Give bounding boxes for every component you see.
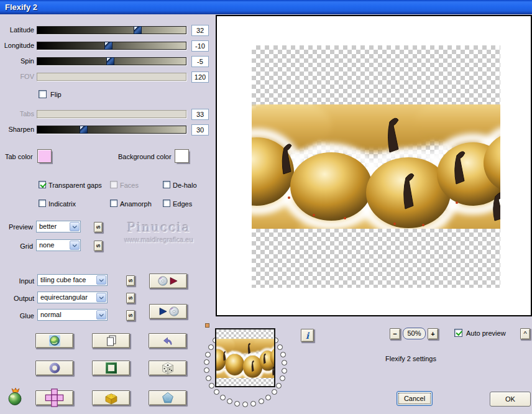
ring-dot[interactable] bbox=[208, 344, 214, 350]
output-select[interactable]: equirectangular bbox=[37, 292, 108, 303]
latitude-value[interactable]: 32 bbox=[191, 25, 209, 36]
cd-import-icon bbox=[157, 306, 180, 317]
glue-select[interactable]: normal bbox=[37, 309, 108, 321]
copy-settings-button[interactable] bbox=[92, 333, 130, 348]
torus-button[interactable] bbox=[35, 361, 73, 375]
ring-dot[interactable] bbox=[206, 375, 211, 381]
auto-preview-checkbox[interactable] bbox=[454, 329, 462, 337]
tab-color-label: Tab color bbox=[5, 153, 33, 161]
thumbnail-preview[interactable] bbox=[215, 328, 275, 387]
ring-dot[interactable] bbox=[265, 395, 271, 400]
zoom-out-button[interactable]: − bbox=[390, 328, 400, 339]
edges-checkbox[interactable] bbox=[163, 200, 170, 207]
ring-dot[interactable] bbox=[280, 375, 285, 381]
title-bar[interactable]: Flexify 2 bbox=[0, 0, 532, 14]
output-s-button[interactable]: s bbox=[126, 293, 135, 303]
tabs-label: Tabs bbox=[0, 110, 34, 118]
grid-select-value: none bbox=[39, 241, 54, 249]
sharpen-slider-thumb[interactable] bbox=[80, 126, 88, 134]
flaming-pear-logo bbox=[7, 387, 24, 406]
random-planet-button[interactable] bbox=[35, 333, 73, 348]
tabs-value[interactable]: 33 bbox=[191, 109, 209, 120]
latitude-slider-thumb[interactable] bbox=[134, 26, 142, 34]
ring-dot[interactable] bbox=[259, 398, 264, 404]
grid-s-button[interactable]: s bbox=[94, 241, 103, 251]
edges-label: Edges bbox=[173, 200, 192, 208]
collapse-button[interactable]: ^ bbox=[520, 328, 530, 339]
glue-s-button[interactable]: s bbox=[126, 310, 135, 321]
cube-net-button[interactable] bbox=[35, 390, 73, 405]
de-halo-checkbox[interactable] bbox=[163, 181, 170, 188]
glue-select-value: normal bbox=[40, 311, 62, 318]
copy-icon bbox=[105, 334, 117, 347]
info-button[interactable]: i bbox=[301, 329, 314, 342]
cube-net-icon bbox=[45, 389, 64, 407]
spin-value[interactable]: -5 bbox=[191, 56, 209, 67]
grid-select[interactable]: none bbox=[36, 239, 81, 251]
anamorph-label: Anamorph bbox=[120, 200, 152, 208]
ring-dot[interactable] bbox=[234, 401, 240, 407]
preview-image[interactable] bbox=[252, 104, 500, 229]
ring-dot[interactable] bbox=[209, 383, 214, 389]
ring-dot[interactable] bbox=[214, 389, 219, 395]
spin-slider[interactable] bbox=[37, 57, 186, 65]
zoom-in-button[interactable]: + bbox=[428, 328, 438, 339]
cd-export-icon bbox=[157, 275, 180, 287]
ring-dot[interactable] bbox=[276, 383, 282, 389]
ring-dot[interactable] bbox=[204, 359, 209, 365]
ring-dot[interactable] bbox=[277, 344, 283, 350]
flip-checkbox[interactable] bbox=[39, 90, 47, 98]
input-s-button[interactable]: s bbox=[126, 275, 135, 286]
latitude-slider[interactable] bbox=[37, 26, 186, 34]
sharpen-value[interactable]: 30 bbox=[191, 124, 209, 136]
transparent-gaps-checkbox[interactable] bbox=[39, 181, 46, 188]
ring-dot[interactable] bbox=[272, 389, 277, 395]
input-select-value: tiling cube face bbox=[40, 276, 86, 283]
chevron-down-icon[interactable] bbox=[96, 293, 106, 302]
preview-s-button[interactable]: s bbox=[94, 222, 103, 232]
random-settings-dice-button[interactable] bbox=[149, 361, 186, 375]
ring-dot[interactable] bbox=[282, 368, 287, 374]
longitude-slider[interactable] bbox=[37, 42, 186, 50]
anamorph-checkbox[interactable] bbox=[110, 200, 117, 207]
load-settings-button[interactable] bbox=[149, 304, 187, 319]
ok-button[interactable]: OK bbox=[490, 392, 531, 407]
input-select[interactable]: tiling cube face bbox=[37, 274, 108, 286]
ring-dot[interactable] bbox=[250, 401, 256, 407]
brick-button[interactable] bbox=[92, 390, 130, 405]
fov-value[interactable]: 120 bbox=[191, 71, 209, 83]
ring-dot[interactable] bbox=[280, 352, 286, 357]
chevron-down-icon[interactable] bbox=[70, 222, 80, 231]
undo-button[interactable] bbox=[149, 333, 186, 348]
ring-dot[interactable] bbox=[204, 367, 209, 373]
status-text: Flexify 2 settings bbox=[385, 355, 436, 362]
tab-color-swatch[interactable] bbox=[37, 149, 52, 163]
sharpen-slider[interactable] bbox=[37, 126, 186, 134]
ring-dot[interactable] bbox=[242, 402, 248, 407]
cancel-button[interactable]: Cancel bbox=[397, 391, 433, 406]
frame-button[interactable] bbox=[92, 361, 130, 375]
chevron-down-icon[interactable] bbox=[96, 275, 106, 285]
chevron-down-icon[interactable] bbox=[96, 310, 106, 320]
save-settings-button[interactable] bbox=[149, 274, 187, 288]
ring-dot[interactable] bbox=[205, 352, 211, 357]
rotation-marker[interactable] bbox=[205, 323, 209, 328]
ring-dot[interactable] bbox=[227, 398, 232, 404]
preview-select[interactable]: better bbox=[36, 221, 81, 232]
zoom-level[interactable]: 50% bbox=[403, 328, 426, 339]
de-halo-label: De-halo bbox=[173, 182, 197, 190]
torus-icon bbox=[48, 362, 61, 374]
chevron-down-icon[interactable] bbox=[70, 241, 80, 250]
ring-dot[interactable] bbox=[282, 360, 287, 366]
longitude-slider-thumb[interactable] bbox=[104, 42, 112, 50]
dodecahedron-button[interactable] bbox=[149, 390, 186, 405]
spin-slider-thumb[interactable] bbox=[106, 57, 114, 65]
longitude-value[interactable]: -10 bbox=[191, 40, 209, 52]
spin-label: Spin bbox=[0, 57, 34, 65]
indicatrix-checkbox[interactable] bbox=[39, 200, 46, 207]
dice-icon bbox=[161, 362, 175, 375]
ring-dot[interactable] bbox=[220, 395, 226, 400]
faces-label: Faces bbox=[120, 182, 139, 190]
sharpen-label: Sharpen bbox=[0, 126, 34, 134]
background-color-swatch[interactable] bbox=[175, 149, 189, 163]
